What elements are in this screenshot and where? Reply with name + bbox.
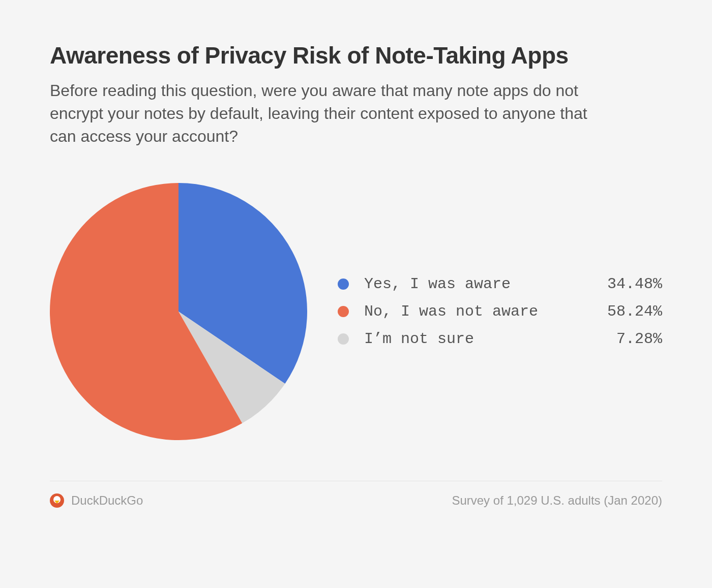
legend-item: Yes, I was aware34.48% <box>338 275 662 293</box>
chart-area: Yes, I was aware34.48%No, I was not awar… <box>50 183 662 481</box>
legend-swatch-icon <box>338 278 349 290</box>
duckduckgo-logo-icon <box>50 493 64 508</box>
legend-label: Yes, I was aware <box>364 275 599 293</box>
survey-note: Survey of 1,029 U.S. adults (Jan 2020) <box>452 493 662 508</box>
legend-value: 58.24% <box>607 303 662 320</box>
chart-card: Awareness of Privacy Risk of Note-Taking… <box>0 0 712 525</box>
legend-item: No, I was not aware58.24% <box>338 303 662 320</box>
brand-name: DuckDuckGo <box>71 493 143 508</box>
legend-item: I’m not sure7.28% <box>338 330 662 348</box>
brand: DuckDuckGo <box>50 493 143 508</box>
legend-label: No, I was not aware <box>364 303 599 320</box>
chart-subtitle: Before reading this question, were you a… <box>50 79 589 147</box>
legend-label: I’m not sure <box>364 330 608 348</box>
chart-legend: Yes, I was aware34.48%No, I was not awar… <box>338 275 662 348</box>
legend-swatch-icon <box>338 306 349 317</box>
legend-swatch-icon <box>338 333 349 345</box>
legend-value: 34.48% <box>607 275 662 293</box>
legend-value: 7.28% <box>616 330 662 348</box>
chart-footer: DuckDuckGo Survey of 1,029 U.S. adults (… <box>50 481 662 520</box>
pie-chart <box>50 183 307 440</box>
chart-title: Awareness of Privacy Risk of Note-Taking… <box>50 0 662 69</box>
